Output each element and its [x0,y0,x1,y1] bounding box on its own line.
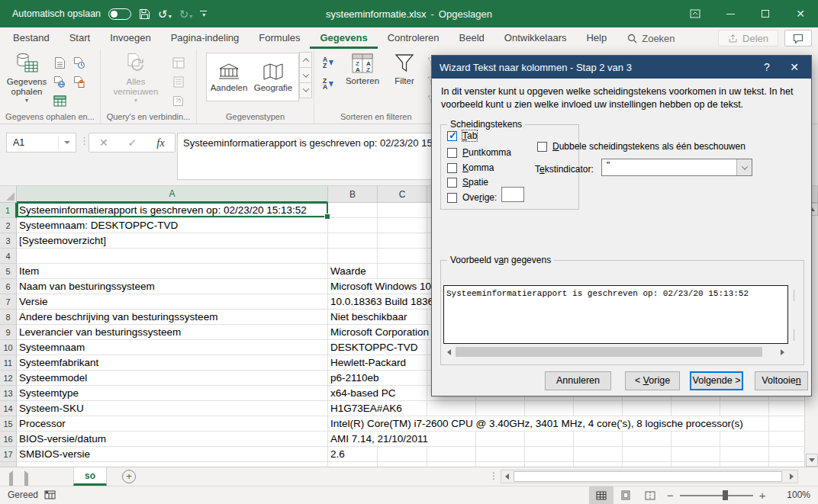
checkbox-comma-box[interactable] [447,163,457,173]
sort-button[interactable]: ZA AZ Sorteren [342,53,383,86]
cell-col-b[interactable]: 2.6 [328,447,378,462]
filter-button[interactable]: Filter [386,53,423,86]
share-button[interactable]: Delen [718,30,778,47]
dialog-close-button[interactable]: ✕ [779,61,810,73]
save-icon[interactable] [139,8,150,20]
preview-scroll-left-button[interactable] [443,346,455,358]
comments-button[interactable] [784,30,812,47]
cell-col-b[interactable]: Waarde [328,264,378,279]
undo-caret-icon[interactable]: ▾ [169,13,172,20]
cell-col-a[interactable]: Systeemfabrikant [17,355,328,371]
cell-col-a[interactable]: Item [17,264,328,279]
cell-col-b[interactable] [328,218,378,233]
row-header[interactable]: 11 [0,355,17,371]
tab-bestand[interactable]: Bestand [3,27,60,49]
row-header[interactable]: 7 [0,294,17,310]
tab-formules[interactable]: Formules [249,27,310,49]
cell-col-b[interactable] [328,203,378,218]
column-header-c[interactable]: C [378,186,427,203]
row-header[interactable]: 17 [0,447,17,462]
cell-col-a[interactable]: [Systeemoverzicht] [17,233,328,249]
add-sheet-button[interactable]: + [122,470,136,483]
grid-filler[interactable] [427,401,804,416]
cell-col-a[interactable]: Naam van besturingssysteem [17,279,328,294]
queries-connections-icon[interactable] [171,55,186,70]
cell-col-a[interactable]: Systeem-SKU [17,401,328,416]
cell-col-a[interactable]: Andere beschrijving van besturingssystee… [17,310,328,325]
row-header[interactable]: 13 [0,386,17,401]
gallery-scroll-up-button[interactable] [299,52,312,68]
row-header[interactable]: 16 [0,432,17,447]
cell-col-c[interactable] [378,218,427,233]
cell-col-a[interactable] [17,249,328,264]
sheet-tab-so[interactable]: so [73,467,107,486]
stocks-data-type[interactable]: Aandelen [207,53,251,101]
cell-col-b[interactable]: DESKTOPPC-TVD [328,340,378,355]
cell-col-a[interactable]: Systeemnaam: DESKTOPPC-TVD [17,218,328,233]
cell-col-b[interactable]: x64-based PC [328,386,378,401]
insert-function-icon[interactable]: fx [156,136,165,149]
cell-col-a[interactable]: Systeemmodel [17,371,328,386]
tab-help[interactable]: Help [576,27,617,49]
cell-col-a[interactable]: Systeemnaam [17,340,328,355]
tab-beeld[interactable]: Beeld [449,27,494,49]
autosave-toggle[interactable] [108,8,131,20]
cell-col-b[interactable]: AMI 7.14, 21/10/2011 [328,432,378,447]
sort-descending-button[interactable]: ZA [320,76,336,91]
cell-col-a[interactable]: Versie [17,294,328,310]
cell-col-b[interactable]: Microsoft Corporation [328,325,378,340]
zoom-out-button[interactable]: − [667,490,674,501]
checkbox-tab[interactable]: Tab [447,130,477,141]
cell-col-c[interactable] [378,249,427,264]
ribbon-display-options-button[interactable] [678,0,713,27]
row-header[interactable]: 14 [0,401,17,416]
record-macro-icon[interactable] [44,490,56,499]
cell-col-a[interactable]: SMBIOS-versie [17,447,328,462]
gallery-more-button[interactable] [299,82,312,98]
row-header[interactable]: 3 [0,233,17,249]
cancel-entry-icon[interactable]: ✕ [99,136,108,149]
next-button[interactable]: Volgende > [690,371,743,390]
zoom-slider-track[interactable] [680,495,753,496]
preview-scroll-thumb[interactable] [456,347,762,357]
checkbox-other-box[interactable] [447,193,457,203]
search-box[interactable]: Zoeken [627,33,675,44]
cell-col-b[interactable]: p6-2110eb [328,371,378,386]
row-header[interactable]: 4 [0,249,17,264]
checkbox-semicolon[interactable]: Puntkomma [447,147,511,158]
cell-col-b[interactable]: 10.0.18363 Build 18363 [328,294,378,310]
zoom-level[interactable]: 100% [787,490,810,500]
zoom-in-button[interactable]: + [759,490,766,501]
row-header[interactable]: 1 [0,203,17,218]
row-header[interactable]: 8 [0,310,17,325]
row-header[interactable]: 12 [0,371,17,386]
cell-col-b[interactable] [328,249,378,264]
recent-sources-icon[interactable] [72,55,87,70]
close-button[interactable]: ✕ [783,0,818,27]
cell-col-b[interactable]: H1G73EA#AK6 [328,401,378,416]
cell-col-c[interactable] [378,264,427,279]
properties-icon[interactable] [171,74,186,89]
select-all-corner[interactable] [0,186,17,203]
preview-scroll-down-button[interactable] [794,330,794,341]
checkbox-semicolon-box[interactable] [447,148,457,158]
normal-view-button[interactable] [589,486,614,504]
confirm-entry-icon[interactable]: ✓ [128,136,137,149]
cell-col-c[interactable] [378,371,427,386]
from-table-range-icon[interactable] [52,93,67,108]
from-text-csv-icon[interactable] [52,55,67,70]
tab-pagina-indeling[interactable]: Pagina-indeling [161,27,250,49]
tab-gegevens[interactable]: Gegevens [310,27,377,49]
dropdown-button[interactable] [736,159,752,175]
checkbox-space-box[interactable] [447,178,457,188]
page-layout-view-button[interactable] [614,486,638,504]
customize-qat-button[interactable]: ▾ [200,11,207,17]
checkbox-tab-box[interactable] [447,131,457,141]
name-box[interactable]: A1 [6,133,76,152]
preview-scroll-right-button[interactable] [777,346,788,358]
scroll-down-button[interactable] [806,454,818,467]
horizontal-scroll-thumb[interactable] [514,471,782,482]
checkbox-consecutive[interactable]: Dubbele scheidingstekens als één beschou… [537,141,746,152]
row-header[interactable]: 9 [0,325,17,340]
row-header[interactable]: 2 [0,218,17,233]
